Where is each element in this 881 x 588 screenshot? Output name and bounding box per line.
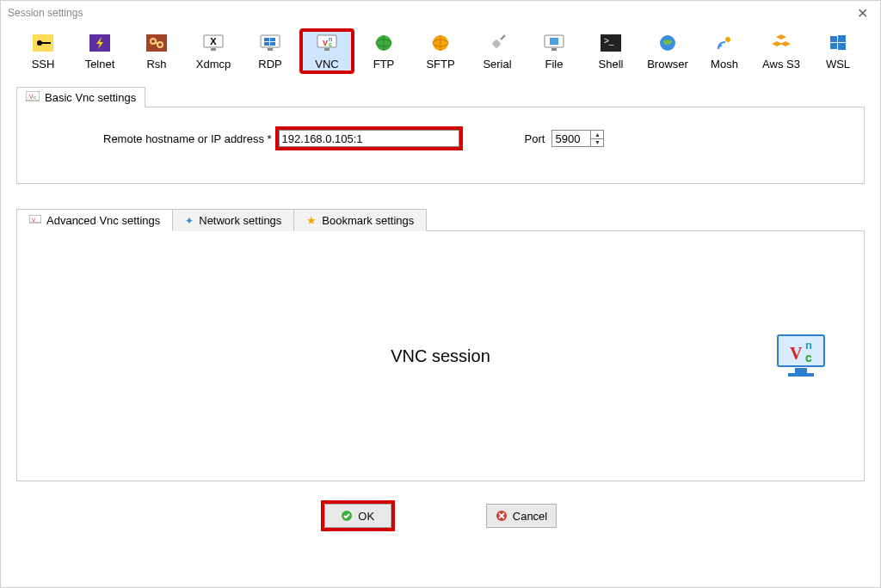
svg-text:n: n	[805, 339, 812, 352]
globe-blue-icon	[656, 34, 679, 52]
dialog-buttons: OK Cancel	[16, 504, 865, 528]
session-type-label: Rsh	[146, 58, 166, 70]
port-stepper[interactable]: ▲ ▼	[591, 130, 604, 147]
port-label: Port	[525, 132, 545, 145]
svg-text:c: c	[34, 95, 36, 100]
session-type-label: Mosh	[711, 58, 738, 70]
vnc-monitor-icon: Vnc	[316, 34, 338, 52]
svg-rect-42	[838, 35, 846, 42]
check-circle-icon	[341, 510, 353, 522]
session-type-browser[interactable]: Browser	[642, 30, 693, 72]
svg-text:V: V	[323, 39, 328, 47]
svg-line-30	[501, 35, 505, 40]
svg-rect-41	[830, 36, 837, 42]
plug-icon	[486, 34, 508, 52]
tab-label: Advanced Vnc settings	[46, 214, 160, 227]
svg-rect-55	[788, 373, 814, 377]
windows-monitor-icon	[259, 34, 281, 52]
svg-text:c: c	[329, 41, 332, 47]
svg-text:X: X	[210, 36, 217, 46]
svg-point-1	[37, 40, 42, 46]
svg-rect-14	[270, 38, 275, 41]
svg-rect-33	[551, 48, 557, 51]
svg-rect-17	[268, 48, 273, 51]
svg-marker-38	[776, 34, 786, 40]
session-type-rsh[interactable]: Rsh	[131, 30, 182, 72]
globe-green-icon	[373, 34, 395, 52]
session-type-label: Xdmcp	[196, 58, 231, 70]
aws-cubes-icon	[770, 34, 792, 52]
cancel-label: Cancel	[513, 510, 547, 523]
svg-marker-40	[780, 41, 791, 46]
svg-rect-16	[270, 42, 275, 46]
ok-label: OK	[358, 510, 374, 523]
svg-rect-11	[211, 48, 216, 51]
svg-text:c: c	[805, 351, 812, 364]
window-title: Session settings	[8, 7, 83, 19]
spinner-up-icon[interactable]: ▲	[591, 131, 603, 139]
close-icon[interactable]: ✕	[852, 5, 873, 21]
basic-vnc-panel: Vc Basic Vnc settings Remote hostname or…	[16, 107, 865, 184]
session-type-label: WSL	[826, 58, 850, 70]
basic-vnc-tab-label: Basic Vnc settings	[45, 91, 136, 104]
session-type-ssh[interactable]: SSH	[17, 30, 69, 72]
satellite-icon	[713, 34, 736, 52]
x-monitor-icon: X	[202, 34, 225, 52]
spinner-down-icon[interactable]: ▼	[591, 139, 603, 147]
session-type-file[interactable]: File	[528, 30, 580, 72]
session-type-label: Serial	[483, 58, 511, 70]
vnc-large-icon: V n c	[776, 334, 826, 378]
hostname-input[interactable]	[279, 130, 459, 147]
tab-advanced-vnc[interactable]: V Advanced Vnc settings	[16, 209, 173, 231]
key-icon	[32, 34, 54, 52]
cancel-circle-icon	[496, 510, 508, 522]
link-icon	[145, 34, 168, 52]
tab-network[interactable]: ✦ Network settings	[172, 209, 294, 231]
session-type-label: SSH	[32, 58, 55, 70]
session-type-wsl[interactable]: WSL	[812, 30, 864, 72]
tab-bookmark[interactable]: ★ Bookmark settings	[293, 209, 427, 231]
basic-vnc-tab[interactable]: Vc Basic Vnc settings	[16, 87, 145, 107]
ok-button[interactable]: OK	[324, 504, 391, 528]
svg-text:V: V	[32, 217, 35, 223]
windows-icon	[827, 34, 849, 52]
svg-rect-54	[795, 368, 807, 373]
network-icon: ✦	[185, 215, 194, 227]
svg-text:>_: >_	[604, 36, 614, 46]
hostname-label: Remote hostname or IP address *	[103, 132, 272, 145]
session-type-label: File	[545, 58, 564, 70]
session-type-shell[interactable]: >_ Shell	[585, 30, 637, 72]
globe-orange-icon	[429, 34, 452, 52]
session-type-label: RDP	[258, 58, 281, 70]
session-type-label: Browser	[647, 58, 688, 70]
session-type-serial[interactable]: Serial	[471, 30, 523, 72]
session-type-telnet[interactable]: Telnet	[74, 30, 126, 72]
port-input[interactable]	[551, 130, 591, 147]
title-bar: Session settings ✕	[1, 1, 880, 25]
session-type-label: Aws S3	[762, 58, 800, 70]
session-type-sftp[interactable]: SFTP	[415, 30, 466, 72]
session-type-ftp[interactable]: FTP	[358, 30, 410, 72]
svg-rect-15	[264, 42, 269, 46]
session-type-label: FTP	[373, 58, 395, 70]
advanced-tabs: V Advanced Vnc settings ✦ Network settin…	[16, 209, 426, 231]
session-type-rdp[interactable]: RDP	[244, 30, 296, 72]
session-type-label: SFTP	[426, 58, 454, 70]
session-type-vnc[interactable]: Vnc VNC	[301, 30, 353, 72]
session-type-mosh[interactable]: Mosh	[699, 30, 750, 72]
advanced-panel: V Advanced Vnc settings ✦ Network settin…	[16, 230, 865, 481]
tab-label: Bookmark settings	[322, 214, 414, 227]
svg-rect-29	[491, 39, 501, 48]
cancel-button[interactable]: Cancel	[486, 504, 557, 528]
svg-rect-22	[324, 48, 330, 51]
star-icon: ★	[306, 214, 317, 227]
session-type-awss3[interactable]: Aws S3	[755, 30, 807, 72]
session-type-label: VNC	[315, 58, 338, 70]
svg-rect-13	[264, 38, 269, 41]
session-type-xdmcp[interactable]: X Xdmcp	[188, 30, 239, 72]
svg-point-37	[725, 37, 730, 42]
vnc-small-icon: Vc	[26, 91, 40, 103]
session-caption: VNC session	[391, 346, 490, 366]
tab-label: Network settings	[199, 214, 281, 227]
svg-rect-2	[42, 42, 51, 44]
